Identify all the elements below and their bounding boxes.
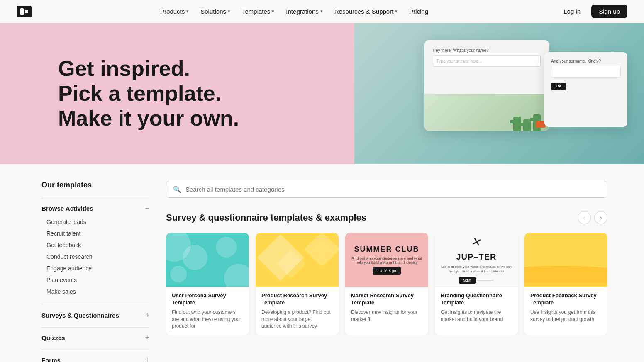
card-user-persona[interactable]: User Persona Survey Template Find out wh… (166, 233, 249, 335)
carousel-controls: ‹ › (578, 211, 607, 224)
card-body: Market Research Survey Template Discover… (345, 287, 428, 328)
sidebar-section-quizzes: Quizzes + (41, 327, 149, 350)
card-thumbnail: ✕ JUP–TER Let us explore your vision and… (435, 233, 518, 287)
navbar: Products ▾ Solutions ▾ Templates ▾ Integ… (0, 0, 644, 23)
chevron-down-icon: ▾ (186, 9, 189, 14)
summer-club-design: SUMMER CLUB Find out who your customers … (351, 233, 422, 287)
logo-dot-left (20, 8, 24, 15)
device-input: Type your answer here... (433, 55, 541, 67)
expand-icon: + (145, 311, 149, 320)
diamond-decoration (256, 233, 339, 287)
sidebar-item-conduct-research[interactable]: Conduct research (41, 251, 149, 262)
card-market-research[interactable]: SUMMER CLUB Find out who your customers … (345, 233, 428, 335)
signup-button[interactable]: Sign up (591, 5, 627, 18)
activity-items: Generate leads Recruit talent Get feedba… (41, 214, 149, 299)
logo[interactable] (17, 6, 32, 17)
jupiter-title: JUP–TER (456, 252, 496, 262)
logo-icon (17, 6, 32, 17)
device-secondary-input (551, 66, 621, 78)
expand-icon: + (145, 356, 149, 362)
chevron-down-icon: ▾ (272, 9, 274, 14)
card-thumbnail (524, 233, 607, 287)
hero-devices: Hey there! What's your name? Type your a… (329, 32, 644, 164)
device-ok-button[interactable]: OK (551, 83, 566, 90)
card-title: Branding Questionnaire Template (441, 292, 512, 306)
jupiter-sub: Let us explore your vision and values so… (441, 265, 512, 274)
wave-decoration (524, 233, 607, 287)
search-bar[interactable]: 🔍 (166, 181, 607, 198)
sidebar-section-forms: Forms + (41, 350, 149, 362)
sidebar-item-make-sales[interactable]: Make sales (41, 286, 149, 297)
hero-text: Get inspired. Pick a template. Make it y… (58, 56, 239, 131)
card-thumbnail: SUMMER CLUB Find out who your customers … (345, 233, 428, 287)
nav-integrations[interactable]: Integrations ▾ (281, 5, 327, 17)
jupiter-start-btn: Start (459, 277, 475, 284)
sidebar-item-recruit-talent[interactable]: Recruit talent (41, 228, 149, 239)
device-image (424, 94, 549, 131)
card-desc: Use insights you get from this survey to… (530, 309, 602, 323)
nav-products[interactable]: Products ▾ (155, 5, 194, 17)
sidebar: Our templates Browse Activities − Genera… (41, 181, 149, 362)
summer-club-sub: Find out who your customers are and what… (351, 256, 422, 265)
next-button[interactable]: › (594, 211, 607, 224)
chevron-down-icon: ▾ (395, 9, 398, 14)
jupiter-design: ✕ JUP–TER Let us explore your vision and… (441, 233, 512, 286)
search-input[interactable] (185, 186, 600, 193)
card-title: Product Feedback Survey Template (530, 292, 602, 306)
card-title: Market Research Survey Template (351, 292, 422, 306)
card-product-research[interactable]: Product Research Survey Template Develop… (256, 233, 339, 335)
sidebar-item-plan-events[interactable]: Plan events (41, 274, 149, 286)
chevron-down-icon: ▾ (320, 9, 323, 14)
card-thumbnail (256, 233, 339, 287)
hero-section: Get inspired. Pick a template. Make it y… (0, 23, 644, 164)
surveys-header[interactable]: Surveys & Questionnaires + (41, 311, 149, 320)
card-body: Product Feedback Survey Template Use ins… (524, 287, 607, 328)
quizzes-header[interactable]: Quizzes + (41, 333, 149, 342)
nav-actions: Log in Sign up (557, 5, 627, 18)
login-button[interactable]: Log in (557, 5, 587, 18)
card-title: Product Research Survey Template (261, 292, 333, 306)
jupiter-x-icon: ✕ (470, 234, 483, 250)
nav-solutions[interactable]: Solutions ▾ (195, 5, 235, 17)
template-cards: User Persona Survey Template Find out wh… (166, 233, 607, 335)
main-content: Our templates Browse Activities − Genera… (0, 164, 644, 362)
card-desc: Discover new insights for your market fi… (351, 309, 422, 323)
card-thumbnail (166, 233, 249, 287)
device-secondary-label: And your surname, Kindly? (551, 59, 621, 63)
cactus-icon (523, 119, 531, 131)
jupiter-line (477, 280, 494, 281)
device-main: Hey there! What's your name? Type your a… (424, 40, 549, 131)
card-branding[interactable]: ✕ JUP–TER Let us explore your vision and… (435, 233, 518, 335)
hero-headline: Get inspired. Pick a template. Make it y… (58, 56, 239, 131)
card-body: Branding Questionnaire Template Get insi… (435, 287, 518, 328)
device-secondary: And your surname, Kindly? OK (544, 52, 627, 127)
sidebar-section-browse: Browse Activities − Generate leads Recru… (41, 198, 149, 305)
card-desc: Get insights to navigate the market and … (441, 309, 512, 323)
hero-left: Get inspired. Pick a template. Make it y… (0, 23, 354, 164)
search-icon: 🔍 (173, 185, 181, 193)
device-label: Hey there! What's your name? (433, 48, 541, 53)
sidebar-section-surveys: Surveys & Questionnaires + (41, 305, 149, 327)
forms-header[interactable]: Forms + (41, 356, 149, 362)
card-product-feedback[interactable]: Product Feedback Survey Template Use ins… (524, 233, 607, 335)
sidebar-item-generate-leads[interactable]: Generate leads (41, 216, 149, 228)
bubble-decoration (166, 233, 249, 287)
nav-templates[interactable]: Templates ▾ (237, 5, 279, 17)
card-desc: Find out who your customers are and what… (172, 309, 243, 330)
sidebar-item-get-feedback[interactable]: Get feedback (41, 239, 149, 251)
card-title: User Persona Survey Template (172, 292, 243, 306)
chevron-down-icon: ▾ (228, 9, 230, 14)
browse-activities-header[interactable]: Browse Activities − (41, 204, 149, 213)
card-body: User Persona Survey Template Find out wh… (166, 287, 249, 335)
expand-icon: + (145, 333, 149, 342)
nav-resources[interactable]: Resources & Support ▾ (329, 5, 403, 17)
logo-dot-right (25, 10, 28, 13)
sidebar-item-engage-audience[interactable]: Engage audience (41, 262, 149, 274)
section-header: Survey & questionnaire templates & examp… (166, 211, 607, 224)
content-area: 🔍 Survey & questionnaire templates & exa… (166, 181, 607, 362)
jupiter-start: Start (459, 277, 493, 284)
prev-button[interactable]: ‹ (578, 211, 591, 224)
nav-pricing[interactable]: Pricing (404, 5, 433, 17)
summer-club-btn: Ok, let's go (373, 267, 401, 275)
card-body: Product Research Survey Template Develop… (256, 287, 339, 335)
